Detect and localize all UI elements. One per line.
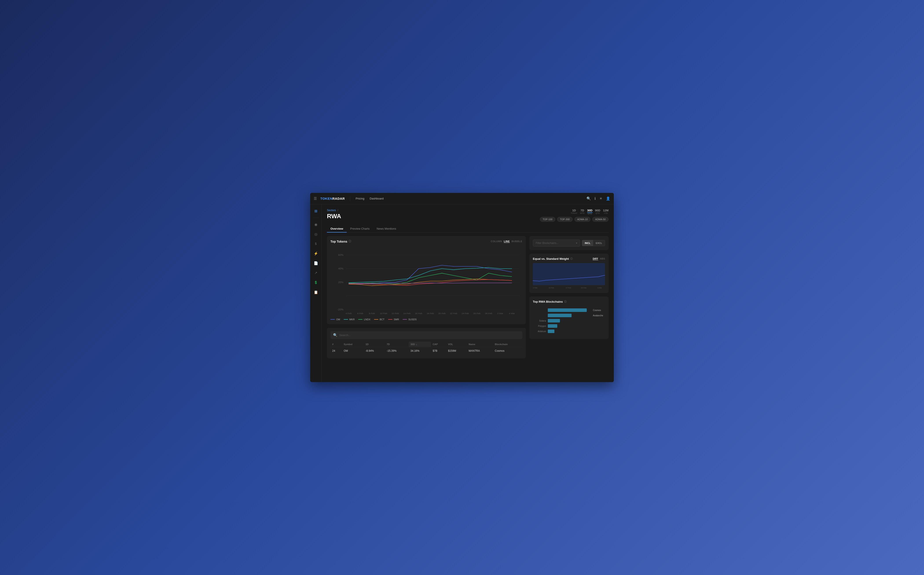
svg-text:24 Feb: 24 Feb — [462, 312, 469, 315]
user-icon[interactable]: 👤 — [606, 197, 610, 201]
time-filter-30d[interactable]: 30D MTD — [587, 209, 592, 215]
row-rank: 24 — [330, 347, 342, 355]
abs-button[interactable]: ABS — [600, 257, 605, 260]
diff-abs-buttons: DIFF ABS — [593, 257, 605, 260]
col-30d[interactable]: 30D ↓ — [409, 342, 431, 347]
top-blockchains-card: Top RWA Blockchains ⓘ Cosmo — [529, 297, 608, 339]
svg-text:-20%: -20% — [337, 308, 343, 311]
sidebar-item-dollar2[interactable]: 💲 — [312, 278, 320, 286]
svg-text:28 Feb: 28 Feb — [485, 312, 492, 315]
equal-weight-svg: 3 Feb 10 Feb 17 Feb 24 Feb 3 Mar — [533, 263, 605, 289]
svg-text:18 Feb: 18 Feb — [427, 312, 434, 315]
svg-text:20%: 20% — [338, 281, 343, 284]
filter-tag-adma50[interactable]: ADMA-50 — [592, 217, 608, 222]
col-1d[interactable]: 1D — [364, 342, 385, 347]
sidebar-item-export[interactable]: ↗ — [312, 269, 320, 277]
blockchain-filter-dropdown[interactable]: Filter Blockchains... ▾ — [533, 240, 580, 246]
chart-type-line[interactable]: LINE — [504, 240, 510, 243]
nav-links: Pricing Dashboard — [356, 197, 383, 200]
svg-text:3 Mar: 3 Mar — [597, 287, 602, 289]
bar-row-cosmos: Cosmos — [533, 308, 605, 313]
page-title: RWA — [327, 213, 341, 220]
header-right: 1D TODAY 7D WTD 30D MTD 90D — [540, 209, 608, 222]
svg-text:3 Feb: 3 Feb — [533, 287, 537, 289]
right-panel: Filter Blockchains... ▾ INCL EXCL — [529, 236, 608, 358]
tab-preview-charts[interactable]: Preview Charts — [347, 225, 373, 232]
sidebar-item-grid[interactable]: ⊞ — [312, 207, 320, 215]
svg-text:40%: 40% — [338, 267, 343, 270]
row-vol: $159M — [446, 347, 467, 355]
breadcrumb[interactable]: Sectors / — [327, 209, 341, 212]
time-filter-7d[interactable]: 7D WTD — [580, 209, 584, 215]
row-blockchain: Cosmos — [493, 347, 522, 355]
col-symbol[interactable]: Symbol — [342, 342, 364, 347]
time-filters: 1D TODAY 7D WTD 30D MTD 90D — [571, 209, 608, 215]
col-name[interactable]: Name — [467, 342, 493, 347]
svg-text:6 Feb: 6 Feb — [357, 312, 364, 315]
diff-button[interactable]: DIFF — [593, 257, 598, 260]
sidebar-item-circle[interactable]: ◉ — [312, 221, 320, 228]
col-vol[interactable]: VOL — [446, 342, 467, 347]
equal-weight-header: Equal vs. Standard Weight ⓘ DIFF ABS — [533, 257, 605, 260]
svg-text:24 Feb: 24 Feb — [581, 287, 586, 289]
theme-icon[interactable]: ☀ — [599, 197, 602, 201]
page-header: Sectors / RWA 1D TODAY 7D WTD — [327, 209, 608, 222]
svg-text:20 Feb: 20 Feb — [438, 312, 446, 315]
table-row[interactable]: 24 OM -8.94% -15.39% 34.16% $7B $159M MA… — [330, 347, 522, 355]
bar-row-polygon: Polygon — [533, 324, 605, 329]
nav-link-dashboard[interactable]: Dashboard — [370, 197, 384, 200]
menu-icon[interactable]: ☰ — [314, 197, 317, 201]
search-icon[interactable]: 🔍 — [586, 197, 591, 201]
chart-type-bubble[interactable]: BUBBLE — [511, 240, 522, 243]
tab-overview[interactable]: Overview — [327, 225, 347, 232]
row-name: MANTRA — [467, 347, 493, 355]
bar-row-arbitrum: Arbitrum — [533, 329, 605, 334]
top-blockchains-info-icon[interactable]: ⓘ — [564, 300, 567, 303]
col-blockchain[interactable]: Blockchain — [493, 342, 522, 347]
chart-type-column[interactable]: COLUMN — [491, 240, 502, 243]
incl-button[interactable]: INCL — [582, 240, 593, 246]
col-7d[interactable]: 7D — [385, 342, 409, 347]
col-cap[interactable]: CAP — [431, 342, 446, 347]
equal-weight-info-icon[interactable]: ⓘ — [570, 257, 573, 260]
top-nav: ☰ TOKENRADAR Pricing Dashboard 🔍 ℹ ☀ 👤 — [310, 193, 614, 204]
filter-tag-adma10[interactable]: ADMA-10 — [575, 217, 591, 222]
sidebar-item-clipboard[interactable]: 📋 — [312, 288, 320, 296]
sidebar: ⊞ ◉ ◎ $ ⚡ 📄 ↗ 💲 📋 — [310, 204, 322, 382]
filter-tag-top300[interactable]: TOP-300 — [557, 217, 572, 222]
search-bar: 🔍 — [330, 331, 522, 339]
time-filter-90d[interactable]: 90D QTD — [595, 209, 600, 215]
main-layout: ⊞ ◉ ◎ $ ⚡ 📄 ↗ 💲 📋 Sectors / RWA — [310, 204, 614, 382]
chart-title: Top Tokens ⓘ — [330, 240, 351, 243]
sidebar-item-target[interactable]: ◎ — [312, 230, 320, 238]
nav-link-pricing[interactable]: Pricing — [356, 197, 364, 200]
chart-info-icon[interactable]: ⓘ — [348, 240, 351, 243]
table-head: # Symbol 1D 7D 30D ↓ CAP VOL — [330, 342, 522, 347]
filter-tag-top100[interactable]: TOP-100 — [540, 217, 555, 222]
svg-text:12 Feb: 12 Feb — [392, 312, 399, 315]
sidebar-item-dollar[interactable]: $ — [312, 240, 320, 248]
sidebar-item-document[interactable]: 📄 — [312, 259, 320, 267]
sidebar-item-lightning[interactable]: ⚡ — [312, 249, 320, 257]
svg-text:22 Feb: 22 Feb — [450, 312, 457, 315]
top-blockchains-header: Top RWA Blockchains ⓘ — [533, 300, 605, 303]
content-area: Sectors / RWA 1D TODAY 7D WTD — [322, 204, 614, 382]
time-filter-12m[interactable]: 12M YTD — [603, 209, 608, 215]
bar-row-avalanche: Avalanche — [533, 313, 605, 318]
svg-text:4 Feb: 4 Feb — [346, 312, 352, 315]
chevron-down-icon: ▾ — [576, 241, 577, 245]
search-input[interactable] — [339, 334, 520, 337]
tab-news-mentions[interactable]: News Mentions — [373, 225, 400, 232]
excl-button[interactable]: EXCL — [593, 240, 605, 246]
top-blockchains-title: Top RWA Blockchains ⓘ — [533, 300, 567, 303]
tokens-table: # Symbol 1D 7D 30D ↓ CAP VOL — [330, 342, 522, 355]
blockchain-filter-card: Filter Blockchains... ▾ INCL EXCL — [529, 236, 608, 250]
info-icon[interactable]: ℹ — [594, 197, 596, 201]
filter-tags: TOP-100 TOP-300 ADMA-10 ADMA-50 — [540, 217, 608, 222]
col-rank[interactable]: # — [330, 342, 342, 347]
time-filter-1d[interactable]: 1D TODAY — [571, 209, 577, 215]
tabs: Overview Preview Charts News Mentions — [327, 225, 608, 232]
svg-text:26 Feb: 26 Feb — [473, 312, 481, 315]
legend-smr: SMR — [388, 318, 399, 321]
row-cap: $7B — [431, 347, 446, 355]
